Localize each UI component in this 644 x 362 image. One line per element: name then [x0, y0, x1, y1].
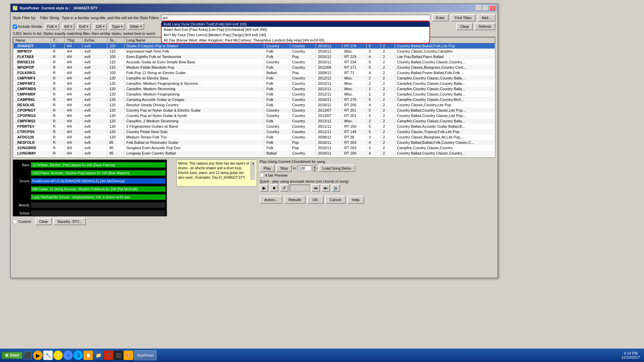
- table-row[interactable]: _CMPFMS2R4/4ev8120Campfire, 2 Medium Str…: [13, 118, 495, 124]
- table-row[interactable]: _RESOLVER4/4ev8120Resolve Steady Driving…: [13, 102, 495, 108]
- quick-loop-btn[interactable]: ↺: [280, 184, 288, 192]
- style-filter-label: Style Filter by:: [13, 16, 36, 20]
- stop-button[interactable]: Stop: [276, 165, 292, 172]
- quick-vol-btn[interactable]: 🔊: [331, 184, 340, 192]
- custom-checkbox[interactable]: [13, 220, 17, 224]
- song-dropdown: Auld Lang Syne [Scottish Trad] [Folk] [4…: [161, 21, 430, 44]
- taskbar-icon-11[interactable]: 🎨: [124, 351, 133, 360]
- col-name[interactable]: Name: [13, 38, 51, 43]
- memo-text: Memo: This calypso pop Style has two lay…: [178, 161, 249, 180]
- table-row[interactable]: _AFDG120R4/4ev8120Medium Tempo Folk Trio…: [13, 134, 495, 140]
- cancel-button[interactable]: Cancel: [325, 196, 346, 204]
- taskbar-icon-6[interactable]: S: [73, 351, 83, 360]
- find-titles-button[interactable]: Find Titles: [451, 14, 476, 21]
- table-row[interactable]: _MFIDPOPR4/4ev8110Medium Fiddle-Mandolin…: [13, 65, 495, 70]
- table-row[interactable]: _IMPROVR4/4ev8110Improvised Half-Time Fo…: [13, 49, 495, 54]
- table-row[interactable]: _SONGBRDR4/4ev885Songbird Even Acoustic …: [13, 145, 495, 150]
- table-row[interactable]: _BWSE110R4/4ev8110Acoustic Guitar w/ Eve…: [13, 59, 495, 65]
- track-row: Soloist: [14, 209, 165, 217]
- play-button[interactable]: Play: [260, 165, 275, 172]
- table-row[interactable]: _FOLKRKGR4/4ev8100Folk-Pop 12 String w/ …: [13, 70, 495, 75]
- ok-button[interactable]: OK: [307, 196, 324, 204]
- taskbar-icon-1[interactable]: ⬛: [23, 351, 33, 360]
- start-button[interactable]: ⊞ Start: [1, 352, 22, 359]
- other-dropdown[interactable]: Other ▼: [128, 23, 144, 30]
- tempo-up-btn[interactable]: ▲: [313, 165, 317, 168]
- close-button[interactable]: ×: [489, 5, 495, 11]
- taskbar-icon-10[interactable]: ⬛: [114, 351, 123, 360]
- save-as-button[interactable]: SaveAs .STY...: [53, 218, 86, 225]
- table-row[interactable]: _CMPFMF2R4/4ev8120Campfire, Medium Finge…: [13, 81, 495, 86]
- taskbar-app-stylepicker[interactable]: StylePicker: [134, 350, 157, 360]
- taskbar-icon-2[interactable]: ▶: [33, 351, 43, 360]
- ev-dropdown[interactable]: Ev8 ▼: [77, 23, 91, 30]
- minimize-button[interactable]: _: [476, 5, 482, 11]
- tempo-dropdown[interactable]: 105 ▼: [94, 23, 107, 30]
- play-controls-panel: Play Using Current Chordsheet for song P…: [260, 160, 495, 230]
- table-row[interactable]: _SHAKEITR4/4ev8100Shake It Calypso Pop w…: [13, 43, 495, 49]
- app-icon: 🎵: [13, 6, 17, 10]
- col-tsig[interactable]: TSig: [64, 38, 82, 43]
- quick-play-btn[interactable]: ▶: [260, 184, 268, 192]
- taskbar-icon-5[interactable]: ○: [63, 351, 73, 360]
- table-row[interactable]: _RESFOLKR4/4ev885Folk Ballad w/ Resonato…: [13, 140, 495, 145]
- app-title: StylePicker: [19, 6, 39, 10]
- dropdown-item-3[interactable]: Ain't My Face [Tom Lorros] [Modern Pop] …: [162, 32, 429, 38]
- quick-prev-btn[interactable]: ⏮: [311, 184, 320, 192]
- enter-button[interactable]: Enter: [432, 14, 449, 21]
- col-t[interactable]: T...: [51, 38, 64, 43]
- dropdown-item-4[interactable]: All Day [Kanye West; Allan Kingdom; Paul…: [162, 38, 429, 43]
- table-row[interactable]: _CMPFMF3R4/4ev8120Campfire w/ Electric B…: [13, 75, 495, 81]
- taskbar-icon-7[interactable]: 📋: [84, 351, 93, 360]
- taskbar-icon-4[interactable]: 🌟: [53, 351, 63, 360]
- clear-button[interactable]: Clear: [456, 23, 473, 30]
- styles-table: Name T... TSig EvSw... Te... Long Name G…: [13, 37, 495, 156]
- table-row[interactable]: _LONGWAYR4/4ev885Longway Even Country Ba…: [13, 150, 495, 156]
- table-row[interactable]: _CPOPNGSR4/4ev8120Country Pop w/ Nylon G…: [13, 113, 495, 118]
- quick-label: Quick - play using premade demo (not cho…: [260, 179, 495, 183]
- time-sig-dropdown[interactable]: 4/4 ▼: [62, 23, 74, 30]
- main-window: 🎵 StylePicker Current style is : _SHAKEI…: [10, 3, 498, 278]
- table-row[interactable]: _FLKTAE8R4/4ev8100Even-Eighths Folk w/ T…: [13, 54, 495, 59]
- help-button[interactable]: Help: [347, 196, 364, 204]
- folk-dropdown[interactable]: Folk ▼: [45, 23, 59, 30]
- dropdown-item-2[interactable]: Adam And Eve [Paul Anka] [Lite Pop] [Orc…: [162, 27, 429, 32]
- memo-box: Memo: This calypso pop Style has two lay…: [176, 160, 257, 186]
- chord-label: Play Using Current Chordsheet for song: [260, 160, 495, 164]
- type-dropdown[interactable]: Type ▼: [110, 23, 125, 30]
- bar-preview-checkbox[interactable]: [260, 173, 264, 177]
- add-button[interactable]: Add...: [478, 14, 495, 21]
- clear-bottom-button[interactable]: Clear: [35, 218, 52, 225]
- table-row[interactable]: _CMPFMDSR4/4ev8120Campfire, Medium Strum…: [13, 86, 495, 92]
- song-title-input[interactable]: aul: [161, 15, 430, 21]
- current-style-label: Current style is : _SHAKEIT.STY: [41, 6, 98, 10]
- title-buttons: _ □ ×: [476, 5, 495, 11]
- filter-string-label: Filter String: [40, 16, 59, 20]
- track-row: Bass1174:Bass, Electric, PopCalypso Ev 1…: [14, 161, 165, 169]
- taskbar-icon-9[interactable]: 🎵: [104, 351, 113, 360]
- load-song-demo-button[interactable]: Load Song Demo: [319, 165, 356, 172]
- table-row[interactable]: _CMPFMDFR4/4ev8120Campfire, Medium Finge…: [13, 92, 495, 97]
- include-similar-checkbox[interactable]: [13, 24, 17, 29]
- table-row[interactable]: _CTRYPSSR4/4ev8120Country Pedal Steel So…: [13, 129, 495, 134]
- custom-label: Custom: [18, 220, 31, 224]
- table-row[interactable]: _CAMPINGR4/4ev8120Camping Acoustic Guita…: [13, 97, 495, 102]
- dropdown-item-1[interactable]: Auld Lang Syne [Scottish Trad] [Folk] [4…: [162, 21, 429, 27]
- col-evsw[interactable]: EvSw...: [83, 38, 107, 43]
- quick-next-btn[interactable]: ⏭: [321, 184, 330, 192]
- col-tempo[interactable]: Te...: [107, 38, 124, 43]
- tempo-value-input[interactable]: 100: [298, 166, 311, 171]
- taskbar-icon-3[interactable]: 🔧: [43, 351, 53, 360]
- rebuild-button[interactable]: Rebuild: [284, 196, 306, 204]
- action-button[interactable]: Action...: [260, 196, 282, 204]
- taskbar-icon-8[interactable]: 📁: [94, 351, 103, 360]
- include-similar-label: Include Similar: [18, 24, 42, 28]
- table-row[interactable]: _CPOPNGTR4/4ev8120Country Pop w/ Nylon G…: [13, 108, 495, 113]
- styles-table-container: Name T... TSig EvSw... Te... Long Name G…: [13, 37, 495, 158]
- refresh-button[interactable]: Refresh: [474, 23, 495, 30]
- tempo-down-btn[interactable]: ▼: [313, 168, 317, 172]
- maximize-button[interactable]: □: [483, 5, 489, 11]
- table-row[interactable]: _FPBRTEVR4/4ev81202 Fingerpicked Guitars…: [13, 124, 495, 129]
- title-bar: 🎵 StylePicker Current style is : _SHAKEI…: [11, 4, 497, 12]
- quick-stop-btn[interactable]: ■: [270, 184, 278, 192]
